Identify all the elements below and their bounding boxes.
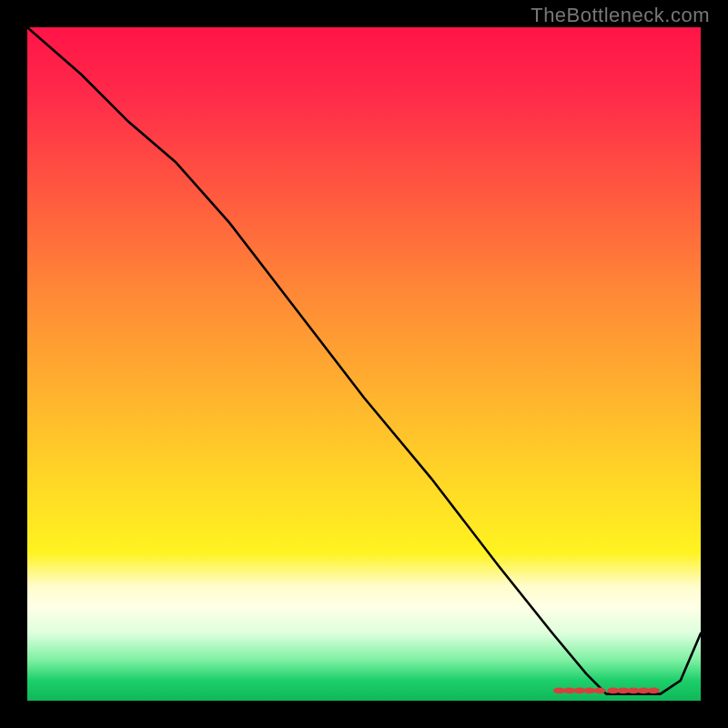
- chart-frame: TheBottleneck.com: [0, 0, 728, 728]
- marker-dot: [648, 688, 660, 694]
- plot-area: [27, 27, 701, 701]
- bottleneck-curve: [27, 27, 701, 694]
- watermark-text: TheBottleneck.com: [531, 4, 710, 27]
- curve-layer: [27, 27, 701, 701]
- marker-dot: [593, 688, 605, 694]
